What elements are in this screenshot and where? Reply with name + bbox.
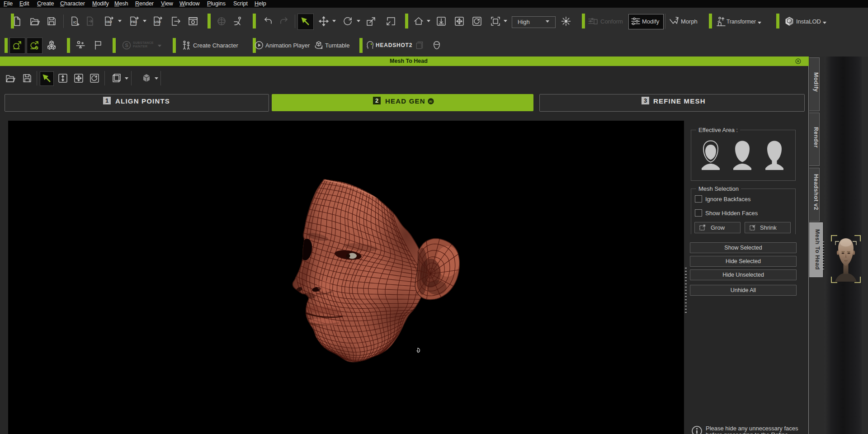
svg-text:FBX: FBX [131, 20, 137, 24]
svg-text:IC: IC [73, 21, 76, 24]
svg-text:S: S [125, 42, 128, 48]
svg-text:OBJ: OBJ [106, 20, 112, 24]
svg-text:USD: USD [155, 20, 161, 24]
svg-text:AI: AI [429, 99, 432, 104]
